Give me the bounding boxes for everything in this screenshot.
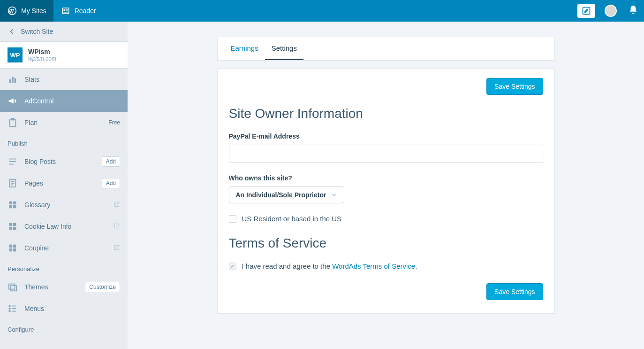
svg-point-33 [9, 305, 10, 307]
sidebar-item-label: Cookie Law Info [24, 223, 107, 230]
customize-button[interactable]: Customize [85, 282, 120, 292]
svg-rect-25 [9, 227, 12, 230]
megaphone-icon [8, 96, 18, 106]
masterbar: My Sites Reader [0, 0, 644, 22]
owner-select-value: An Individual/Sole Proprietor [236, 191, 326, 199]
sidebar-item-label: AdControl [24, 97, 120, 105]
tos-suffix: . [415, 262, 417, 270]
sidebar-item-glossary[interactable]: Glossary [0, 194, 128, 216]
save-settings-button[interactable]: Save Settings [486, 78, 543, 95]
svg-rect-32 [10, 286, 16, 291]
tos-link[interactable]: WordAds Terms of Service [332, 262, 415, 270]
svg-rect-26 [13, 227, 16, 230]
plan-badge: Free [108, 119, 120, 126]
nav-my-sites[interactable]: My Sites [0, 0, 53, 22]
sidebar-item-menus[interactable]: Menus [0, 298, 128, 319]
posts-icon [8, 156, 18, 167]
sidebar-item-blog-posts[interactable]: Blog Posts Add [0, 151, 128, 172]
tab-earnings[interactable]: Earnings [224, 37, 265, 60]
sidebar-item-label: Coupine [24, 244, 107, 252]
svg-rect-1 [62, 8, 69, 14]
us-resident-label: US Resident or based in the US [242, 215, 342, 223]
cpt-icon [8, 200, 18, 210]
sidebar-item-label: Plan [24, 119, 102, 126]
paypal-label: PayPal E-mail Address [229, 132, 543, 140]
svg-rect-11 [11, 118, 14, 120]
section-tos-title: Terms of Service [229, 236, 543, 251]
svg-rect-19 [9, 202, 12, 204]
svg-rect-8 [12, 77, 14, 83]
site-card[interactable]: WP WPism wpism.com [0, 42, 128, 69]
sidebar-item-themes[interactable]: Themes Customize [0, 276, 128, 298]
paypal-email-input[interactable] [229, 145, 543, 163]
svg-rect-7 [9, 79, 11, 83]
sidebar-item-adcontrol[interactable]: AdControl [0, 90, 128, 112]
section-owner-title: Site Owner Information [229, 106, 543, 121]
owner-select[interactable]: An Individual/Sole Proprietor [229, 186, 345, 203]
sidebar-item-coupine[interactable]: Coupine [0, 237, 128, 259]
switch-site[interactable]: Switch Site [0, 22, 128, 42]
svg-rect-27 [9, 245, 12, 248]
sidebar-item-cookie-law[interactable]: Cookie Law Info [0, 216, 128, 237]
pages-icon [8, 178, 18, 188]
tab-settings[interactable]: Settings [265, 37, 303, 60]
svg-rect-22 [13, 205, 16, 208]
external-icon [114, 201, 120, 209]
sidebar: Switch Site WP WPism wpism.com Stats AdC… [0, 22, 128, 349]
nav-my-sites-label: My Sites [21, 7, 46, 15]
bell-icon [628, 5, 638, 15]
notifications-button[interactable] [622, 5, 644, 17]
site-domain: wpism.com [28, 55, 56, 62]
cpt-icon [8, 221, 18, 232]
sidebar-item-plan[interactable]: Plan Free [0, 112, 128, 133]
main-content: Earnings Settings Save Settings Site Own… [128, 22, 644, 349]
sidebar-item-pages[interactable]: Pages Add [0, 172, 128, 194]
sidebar-item-label: Menus [24, 305, 120, 312]
svg-rect-24 [13, 223, 16, 226]
owner-label: Who owns this site? [229, 174, 543, 182]
external-icon [114, 223, 120, 231]
add-page-button[interactable]: Add [102, 178, 120, 188]
site-icon: WP [8, 47, 23, 62]
clipboard-icon [8, 117, 18, 128]
svg-rect-20 [13, 202, 16, 204]
menus-icon [8, 303, 18, 314]
switch-site-label: Switch Site [21, 28, 53, 35]
sidebar-item-label: Pages [24, 179, 95, 187]
svg-point-37 [9, 310, 10, 312]
external-icon [114, 244, 120, 252]
sidebar-item-label: Glossary [24, 201, 107, 209]
tos-label: I have read and agree to the WordAds Ter… [242, 262, 417, 270]
sidebar-item-label: Themes [24, 283, 78, 291]
tos-prefix: I have read and agree to the [242, 262, 333, 270]
themes-icon [8, 282, 18, 292]
svg-rect-23 [9, 223, 12, 226]
stats-icon [8, 74, 18, 85]
avatar[interactable] [605, 5, 617, 17]
sidebar-item-stats[interactable]: Stats [0, 69, 128, 90]
svg-rect-9 [15, 78, 16, 83]
write-button[interactable] [577, 4, 595, 18]
section-heading-personalize: Personalize [0, 259, 128, 276]
reader-icon [61, 6, 71, 16]
svg-rect-28 [13, 245, 16, 248]
svg-rect-21 [9, 205, 12, 208]
tabs: Earnings Settings [217, 37, 555, 61]
svg-rect-31 [9, 284, 15, 289]
tos-checkbox[interactable] [229, 263, 236, 270]
svg-rect-30 [13, 248, 16, 251]
section-heading-publish: Publish [0, 133, 128, 151]
add-post-button[interactable]: Add [102, 156, 120, 167]
nav-reader-label: Reader [75, 7, 96, 15]
sidebar-item-label: Blog Posts [24, 158, 95, 165]
cpt-icon [8, 243, 18, 253]
section-heading-configure: Configure [0, 319, 128, 337]
save-settings-button-bottom[interactable]: Save Settings [486, 283, 543, 300]
pencil-icon [582, 6, 591, 16]
us-resident-checkbox[interactable] [229, 215, 236, 223]
chevron-down-icon [331, 192, 337, 198]
wordpress-icon [7, 6, 17, 16]
nav-reader[interactable]: Reader [53, 0, 103, 22]
site-title: WPism [28, 48, 56, 55]
arrow-left-icon [8, 27, 16, 36]
